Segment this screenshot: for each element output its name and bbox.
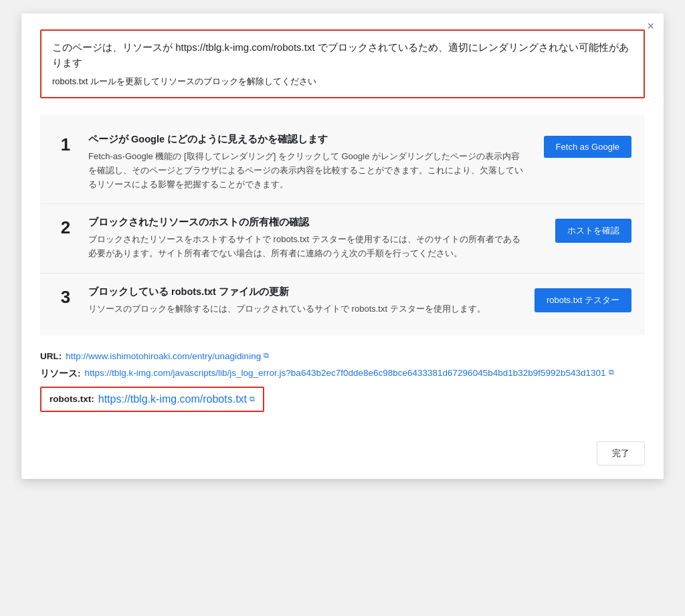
robots-external-icon: ⧉ bbox=[250, 395, 255, 403]
alert-subtitle: robots.txt ルールを更新してリソースのブロックを解除してください bbox=[52, 76, 633, 88]
confirm-host-button[interactable]: ホストを確認 bbox=[555, 219, 631, 243]
url-row: URL: http://www.ishimotohiroaki.com/entr… bbox=[40, 351, 645, 361]
robots-row: robots.txt: https://tblg.k-img.com/robot… bbox=[40, 387, 264, 412]
steps-container: 1 ページが Google にどのように見えるかを確認します Fetch-as-… bbox=[40, 114, 645, 335]
step-3-action: robots.txt テスター bbox=[534, 286, 631, 312]
step-3-content: ブロックしている robots.txt ファイルの更新 リソースのブロックを解除… bbox=[78, 286, 534, 316]
resource-link[interactable]: https://tblg.k-img.com/javascripts/lib/j… bbox=[85, 368, 606, 378]
step-1-heading: ページが Google にどのように見えるかを確認します bbox=[88, 133, 527, 146]
step-2-action: ホストを確認 bbox=[538, 216, 631, 243]
robots-tester-button[interactable]: robots.txt テスター bbox=[534, 288, 631, 312]
done-button[interactable]: 完了 bbox=[597, 441, 645, 466]
resource-row: リソース: https://tblg.k-img.com/javascripts… bbox=[40, 368, 645, 380]
resource-label: リソース: bbox=[40, 368, 81, 380]
step-1-desc: Fetch-as-Google 機能の [取得してレンダリング] をクリックして… bbox=[88, 150, 527, 191]
info-section: URL: http://www.ishimotohiroaki.com/entr… bbox=[40, 351, 645, 425]
step-2-content: ブロックされたリソースのホストの所有権の確認 ブロックされたリソースをホストする… bbox=[78, 216, 538, 261]
step-1-number: 1 bbox=[54, 133, 78, 155]
step-3-heading: ブロックしている robots.txt ファイルの更新 bbox=[88, 286, 524, 298]
url-label: URL: bbox=[40, 351, 62, 361]
robots-link[interactable]: https://tblg.k-img.com/robots.txt bbox=[98, 393, 247, 405]
step-3-row: 3 ブロックしている robots.txt ファイルの更新 リソースのブロックを… bbox=[40, 274, 645, 328]
step-1-content: ページが Google にどのように見えるかを確認します Fetch-as-Go… bbox=[78, 133, 538, 191]
footer: 完了 bbox=[40, 439, 645, 466]
dialog: × このページは、リソースが https://tblg.k-img.com/ro… bbox=[21, 13, 664, 479]
step-3-desc: リソースのブロックを解除するには、ブロックされているサイトで robots.tx… bbox=[88, 302, 524, 316]
step-1-row: 1 ページが Google にどのように見えるかを確認します Fetch-as-… bbox=[40, 121, 645, 204]
step-2-desc: ブロックされたリソースをホストするサイトで robots.txt テスターを使用… bbox=[88, 233, 527, 261]
close-icon[interactable]: × bbox=[647, 20, 654, 32]
step-1-action: Fetch as Google bbox=[538, 133, 631, 158]
alert-box: このページは、リソースが https://tblg.k-img.com/robo… bbox=[40, 29, 645, 98]
url-external-icon: ⧉ bbox=[264, 351, 269, 360]
robots-label: robots.txt: bbox=[50, 394, 94, 404]
step-2-heading: ブロックされたリソースのホストの所有権の確認 bbox=[88, 216, 527, 229]
step-2-row: 2 ブロックされたリソースのホストの所有権の確認 ブロックされたリソースをホスト… bbox=[40, 204, 645, 274]
url-link[interactable]: http://www.ishimotohiroaki.com/entry/una… bbox=[66, 351, 261, 361]
fetch-as-google-button[interactable]: Fetch as Google bbox=[544, 136, 631, 158]
alert-title: このページは、リソースが https://tblg.k-img.com/robo… bbox=[52, 40, 633, 70]
step-3-number: 3 bbox=[54, 286, 78, 308]
step-2-number: 2 bbox=[54, 216, 78, 238]
resource-external-icon: ⧉ bbox=[609, 368, 614, 377]
